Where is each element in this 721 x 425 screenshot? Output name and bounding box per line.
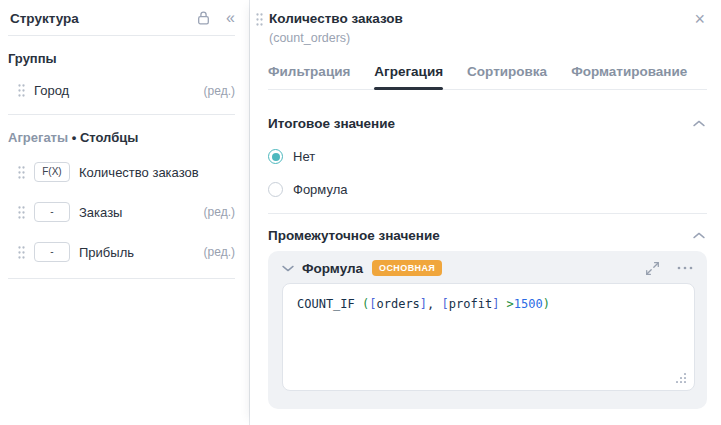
- sidebar-item-kolichestvo-zakazov[interactable]: F(X) Количество заказов: [0, 152, 249, 192]
- formula-card-title: Формула: [302, 261, 363, 276]
- formula-card-actions: [645, 261, 695, 276]
- collapse-sidebar-icon[interactable]: «: [226, 10, 235, 26]
- primary-badge: ОСНОВНАЯ: [372, 260, 442, 276]
- tab-aggregation[interactable]: Агрегация: [374, 59, 443, 89]
- sidebar-header-icons: «: [196, 10, 235, 26]
- panel-titles: Количество заказов (count_orders): [269, 10, 692, 46]
- edit-link[interactable]: (ред.): [204, 84, 235, 98]
- formula-code-line: COUNT_IF ([orders], [profit] >1500): [297, 296, 680, 312]
- formula-card: Формула ОСНОВНАЯ COUNT_IF ([orders], [pr…: [268, 251, 707, 409]
- radio-option-formula[interactable]: Формула: [268, 182, 707, 197]
- radio-option-net[interactable]: Нет: [268, 149, 707, 164]
- drag-handle-icon[interactable]: [18, 246, 25, 259]
- columns-label: Столбцы: [80, 130, 138, 145]
- radio-unselected-icon[interactable]: [268, 182, 283, 197]
- drag-handle-icon[interactable]: [18, 166, 25, 179]
- radio-label: Нет: [293, 149, 315, 164]
- tab-filtration[interactable]: Фильтрация: [268, 59, 350, 89]
- intermediate-value-title: Промежуточное значение: [268, 228, 440, 243]
- panel-subtitle: (count_orders): [269, 30, 692, 46]
- aggregates-label: Агрегаты: [8, 130, 68, 145]
- title-separator: •: [68, 130, 80, 145]
- sidebar-item-pribyl[interactable]: - Прибыль (ред.): [0, 232, 249, 272]
- drag-handle-icon[interactable]: [18, 206, 25, 219]
- formula-card-header: Формула ОСНОВНАЯ: [282, 260, 695, 276]
- groups-section-title: Группы: [0, 36, 249, 73]
- formula-code-editor[interactable]: COUNT_IF ([orders], [profit] >1500): [282, 283, 695, 391]
- item-label: Заказы: [79, 205, 204, 220]
- sidebar-header: Структура «: [0, 8, 249, 35]
- sidebar-item-zakazy[interactable]: - Заказы (ред.): [0, 192, 249, 232]
- drag-handle-icon[interactable]: [18, 84, 25, 97]
- groups-section: Группы Город (ред.): [0, 36, 249, 114]
- lock-icon[interactable]: [196, 10, 211, 26]
- field-settings-panel: Количество заказов (count_orders) × Филь…: [250, 0, 721, 425]
- aggregation-type-badge[interactable]: F(X): [34, 162, 70, 182]
- item-label: Количество заказов: [79, 165, 235, 180]
- app-root: Структура « Группы Город (ред.) Агрегат: [0, 0, 721, 425]
- chevron-up-icon[interactable]: [691, 118, 707, 129]
- sidebar-title: Структура: [10, 11, 79, 26]
- aggregation-type-badge[interactable]: -: [34, 242, 70, 262]
- aggregates-section-title: Агрегаты • Столбцы: [0, 115, 249, 152]
- panel-title: Количество заказов: [269, 10, 692, 28]
- sidebar-divider: [8, 278, 235, 279]
- item-label: Прибыль: [79, 245, 204, 260]
- structure-sidebar: Структура « Группы Город (ред.) Агрегат: [0, 0, 250, 425]
- aggregation-type-badge[interactable]: -: [34, 202, 70, 222]
- close-icon[interactable]: ×: [692, 10, 707, 28]
- radio-selected-icon[interactable]: [268, 149, 283, 164]
- chevron-down-icon[interactable]: [282, 265, 294, 272]
- resize-grip-icon[interactable]: [676, 373, 687, 384]
- more-menu-icon[interactable]: [677, 266, 693, 270]
- chevron-up-icon[interactable]: [691, 230, 707, 241]
- expand-icon[interactable]: [645, 261, 660, 276]
- aggregates-section: Агрегаты • Столбцы F(X) Количество заказ…: [0, 115, 249, 278]
- settings-tabs: Фильтрация Агрегация Сортировка Форматир…: [268, 59, 707, 90]
- radio-label: Формула: [293, 182, 347, 197]
- intermediate-value-section-header: Промежуточное значение: [268, 228, 707, 243]
- item-label: Город: [34, 83, 204, 98]
- total-value-title: Итоговое значение: [268, 116, 395, 131]
- sidebar-item-gorod[interactable]: Город (ред.): [0, 73, 249, 108]
- tab-sorting[interactable]: Сортировка: [467, 59, 547, 89]
- panel-header: Количество заказов (count_orders) ×: [268, 10, 707, 46]
- tab-formatting[interactable]: Форматирование: [571, 59, 687, 89]
- drag-handle-icon[interactable]: [256, 13, 263, 26]
- total-value-section-header: Итоговое значение: [268, 116, 707, 131]
- edit-link[interactable]: (ред.): [204, 245, 235, 259]
- edit-link[interactable]: (ред.): [204, 205, 235, 219]
- section-divider: [268, 213, 707, 214]
